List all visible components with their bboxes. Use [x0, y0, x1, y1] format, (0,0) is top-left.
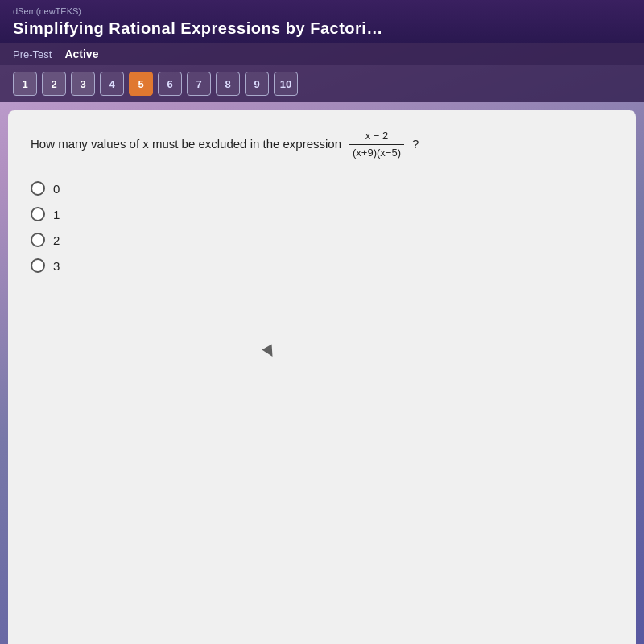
tab-3[interactable]: 3 [71, 72, 95, 96]
option-label-2: 2 [53, 233, 60, 247]
tab-7[interactable]: 7 [187, 72, 211, 96]
tab-2[interactable]: 2 [42, 72, 66, 96]
tab-4[interactable]: 4 [100, 72, 124, 96]
sub-header: Pre-Test Active [0, 43, 644, 65]
option-label-3: 3 [53, 259, 60, 273]
options-list: 0123 [31, 181, 613, 273]
radio-1[interactable] [31, 207, 45, 221]
radio-0[interactable] [31, 181, 45, 196]
page-title: Simplifying Rational Expressions by Fact… [13, 19, 631, 38]
option-label-1: 1 [53, 208, 60, 221]
tab-6[interactable]: 6 [158, 72, 182, 96]
screen: dSem(newTEKS) Simplifying Rational Expre… [0, 0, 644, 644]
radio-2[interactable] [31, 233, 45, 247]
header-bar: dSem(newTEKS) Simplifying Rational Expre… [0, 0, 644, 43]
content-area: How many values of x must be excluded in… [8, 110, 636, 644]
tab-10[interactable]: 10 [274, 72, 298, 96]
tab-8[interactable]: 8 [216, 72, 240, 96]
question-text-before: How many values of x must be excluded in… [31, 134, 341, 154]
fraction: x − 2 (x+9)(x−5) [349, 130, 404, 159]
app-subtitle: dSem(newTEKS) [13, 6, 631, 16]
option-3[interactable]: 3 [31, 258, 613, 273]
question-text-after: ? [412, 134, 419, 154]
tab-5[interactable]: 5 [129, 72, 153, 96]
tab-1[interactable]: 1 [13, 72, 37, 96]
tab-9[interactable]: 9 [245, 72, 269, 96]
option-label-0: 0 [53, 182, 60, 196]
active-label: Active [64, 47, 98, 60]
radio-3[interactable] [31, 258, 45, 273]
option-2[interactable]: 2 [31, 233, 613, 247]
fraction-denominator: (x+9)(x−5) [349, 145, 404, 159]
fraction-numerator: x − 2 [362, 130, 392, 144]
option-1[interactable]: 1 [31, 207, 613, 221]
pre-test-label: Pre-Test [13, 48, 52, 60]
question-text: How many values of x must be excluded in… [31, 130, 613, 159]
option-0[interactable]: 0 [31, 181, 613, 196]
tabs-bar: 12345678910 [0, 65, 644, 102]
